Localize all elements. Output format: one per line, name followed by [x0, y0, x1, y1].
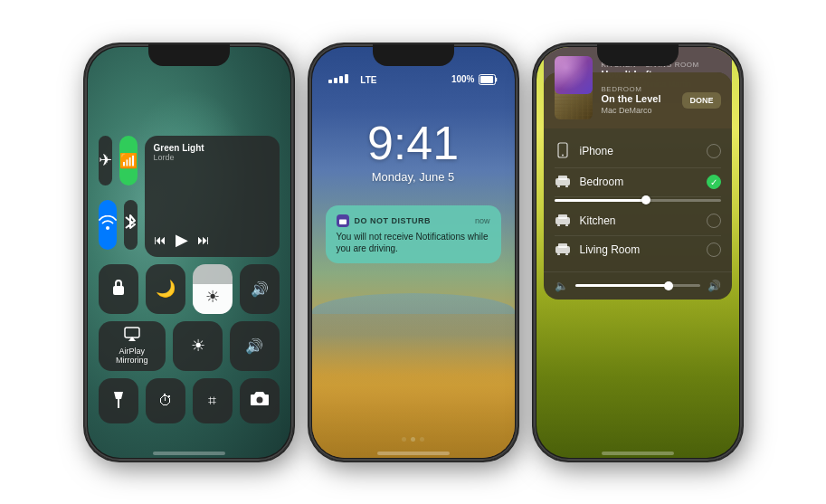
living-room-device-icon: [555, 242, 571, 258]
volume-control[interactable]: 🔊: [240, 264, 280, 314]
time-display: 9:41: [312, 119, 515, 166]
volume-widget[interactable]: 🔊: [230, 321, 280, 371]
home-bar-3[interactable]: [602, 452, 674, 455]
slider-track-bedroom: [555, 199, 721, 202]
camera-btn[interactable]: [240, 378, 280, 423]
svg-rect-24: [557, 253, 560, 255]
kitchen-check: [707, 214, 721, 228]
brightness-widget-icon: ☀: [191, 336, 205, 356]
song-artist: Lorde: [154, 153, 204, 162]
airplay-label: AirPlayMirroring: [116, 347, 148, 365]
flashlight-btn[interactable]: [99, 378, 138, 423]
svg-rect-5: [334, 78, 337, 83]
cc-row-3: 🌙 ☀ 🔊: [99, 264, 280, 314]
svg-rect-9: [480, 76, 493, 83]
notification-banner: DO NOT DISTURB now You will not receive …: [326, 205, 501, 263]
svg-rect-19: [558, 214, 567, 219]
svg-rect-4: [328, 80, 332, 83]
airplay-mirroring-btn[interactable]: AirPlayMirroring: [99, 321, 166, 371]
cc-top-row: ✈ 📶: [99, 136, 280, 257]
brightness-icon: ☀: [205, 287, 220, 307]
iphone-check: [707, 144, 721, 158]
cc-row-1: ✈ 📶: [99, 136, 138, 185]
notif-header: DO NOT DISTURB now: [337, 214, 490, 227]
iphone-device-icon: [555, 142, 571, 161]
status-bar-2: LTE 100%: [312, 74, 515, 85]
vol-min-icon: 🔈: [555, 280, 568, 292]
notif-time: now: [475, 216, 490, 225]
volume-slider[interactable]: [575, 284, 700, 287]
music-controls: ⏮ ▶ ⏭: [154, 230, 271, 250]
home-bar-1[interactable]: [153, 452, 225, 455]
bluetooth-btn[interactable]: [124, 200, 138, 250]
airplay-device-list: iPhone: [544, 128, 732, 271]
dot-3: [420, 437, 424, 442]
device-living-room[interactable]: Living Room: [555, 236, 721, 264]
timer-btn[interactable]: ⏱: [146, 378, 185, 423]
svg-point-13: [562, 154, 564, 156]
phone-3: BEDROOM On the Level Mac DeMarco DONE: [534, 44, 742, 461]
airplay-icon: [122, 327, 142, 345]
do-not-disturb-btn[interactable]: 🌙: [146, 264, 185, 314]
phones-container: ✈ 📶: [67, 26, 760, 479]
music-top: Green Light Lorde: [154, 143, 271, 162]
svg-rect-23: [558, 243, 567, 248]
cc-bottom-row: ⏱ ⌗: [99, 378, 280, 423]
cellular-icon: 📶: [119, 152, 138, 169]
svg-rect-20: [557, 224, 560, 226]
np-artist-1: Mac DeMarco: [602, 106, 674, 115]
volume-fill: [575, 284, 669, 287]
notif-app-icon: [337, 214, 349, 227]
network-type: LTE: [360, 75, 376, 85]
battery-pct: 100%: [451, 74, 475, 84]
brightness-control[interactable]: ☀: [193, 264, 233, 314]
prev-btn[interactable]: ⏮: [154, 233, 166, 247]
device-kitchen[interactable]: Kitchen: [555, 207, 721, 236]
album-art-2: [555, 56, 593, 94]
slider-thumb-bedroom[interactable]: [641, 195, 650, 204]
airplane-icon: ✈: [99, 150, 112, 170]
date-display: Monday, June 5: [312, 170, 515, 184]
calculator-icon: ⌗: [208, 393, 216, 409]
lock-time: 9:41 Monday, June 5: [312, 119, 515, 184]
svg-rect-16: [557, 185, 560, 187]
living-room-device-name: Living Room: [580, 243, 698, 256]
cellular-btn[interactable]: 📶: [119, 136, 138, 185]
wave-decoration: [312, 293, 515, 376]
brightness-widget[interactable]: ☀: [173, 321, 223, 371]
wifi-btn[interactable]: [99, 200, 117, 250]
lock-screen-bg: LTE 100% 9:41 Monday, June 5: [312, 47, 515, 458]
volume-thumb[interactable]: [664, 281, 673, 290]
svg-rect-6: [339, 76, 343, 83]
device-iphone[interactable]: iPhone: [555, 136, 721, 168]
airplane-mode-btn[interactable]: ✈: [99, 136, 112, 185]
camera-icon: [251, 391, 269, 410]
dot-1: [402, 437, 406, 442]
notif-app-name: DO NOT DISTURB: [355, 216, 432, 225]
screen-1: ✈ 📶: [88, 47, 290, 458]
phone-1: ✈ 📶: [85, 44, 293, 461]
battery-indicator: 100%: [451, 74, 498, 85]
device-bedroom[interactable]: Bedroom ✓: [555, 168, 721, 197]
play-btn[interactable]: ▶: [176, 230, 188, 250]
notch-3: [597, 44, 679, 66]
calculator-btn[interactable]: ⌗: [193, 378, 233, 423]
svg-rect-21: [565, 224, 568, 226]
flashlight-icon: [112, 390, 125, 412]
cc-toggles-col: ✈ 📶: [99, 136, 138, 257]
done-button[interactable]: DONE: [682, 92, 720, 109]
notch-2: [373, 44, 454, 66]
rotation-lock-btn[interactable]: [99, 264, 138, 314]
moon-icon: 🌙: [156, 279, 176, 299]
volume-widget-icon: 🔊: [245, 338, 263, 355]
svg-rect-25: [565, 253, 568, 255]
page-dots: [312, 437, 515, 442]
bluetooth-icon: [124, 214, 137, 235]
music-widget[interactable]: Green Light Lorde ⏮ ▶ ⏭: [145, 136, 280, 257]
bedroom-volume-slider[interactable]: [555, 197, 721, 207]
airplay-panel: BEDROOM On the Level Mac DeMarco DONE: [544, 72, 732, 300]
home-bar-2[interactable]: [377, 452, 450, 455]
bedroom-device-name: Bedroom: [580, 176, 698, 188]
next-btn[interactable]: ⏭: [197, 233, 210, 247]
svg-rect-7: [345, 74, 348, 83]
